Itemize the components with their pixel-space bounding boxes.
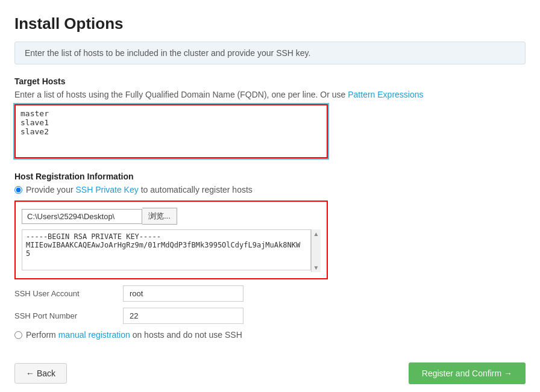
host-registration-section: Host Registration Information Provide yo…	[14, 172, 526, 340]
manual-radio-label: Perform manual registration on hosts and…	[26, 330, 242, 340]
ssh-private-key-link[interactable]: SSH Private Key	[75, 185, 138, 194]
manual-radio-row: Perform manual registration on hosts and…	[14, 330, 526, 340]
scroll-up-arrow[interactable]: ▲	[313, 231, 319, 237]
pattern-expressions-link[interactable]: Pattern Expressions	[348, 90, 423, 99]
page-title: Install Options	[14, 14, 526, 33]
ssh-radio[interactable]	[14, 186, 22, 194]
ssh-radio-row: Provide your SSH Private Key to automati…	[14, 185, 526, 194]
ssh-user-label: SSH User Account	[14, 289, 123, 298]
file-path-input[interactable]	[22, 209, 142, 224]
target-hosts-desc: Enter a list of hosts using the Fully Qu…	[14, 90, 526, 99]
host-registration-title: Host Registration Information	[14, 172, 526, 181]
manual-radio[interactable]	[14, 331, 22, 339]
ssh-port-input[interactable]	[123, 308, 243, 324]
manual-registration-link[interactable]: manual registration	[58, 330, 130, 340]
info-bar: Enter the list of hosts to be included i…	[14, 42, 526, 64]
target-hosts-section: Target Hosts Enter a list of hosts using…	[14, 76, 526, 158]
scrollbar: ▲ ▼	[311, 229, 321, 272]
ssh-user-row: SSH User Account	[14, 285, 526, 302]
ssh-user-input[interactable]	[123, 285, 243, 302]
key-textarea-wrapper: ▲ ▼	[22, 229, 321, 272]
key-textarea[interactable]	[22, 229, 311, 270]
ssh-port-row: SSH Port Number	[14, 308, 526, 324]
browse-button[interactable]: 浏览...	[142, 208, 177, 225]
register-confirm-button[interactable]: Register and Confirm →	[409, 362, 526, 384]
scroll-down-arrow[interactable]: ▼	[313, 264, 319, 271]
file-input-row: 浏览...	[22, 208, 321, 225]
ssh-key-box: 浏览... ▲ ▼	[14, 201, 328, 279]
target-hosts-title: Target Hosts	[14, 76, 526, 86]
back-button[interactable]: ← Back	[14, 363, 67, 384]
ssh-port-label: SSH Port Number	[14, 311, 123, 320]
ssh-radio-label: Provide your SSH Private Key to automati…	[26, 185, 253, 194]
footer: ← Back Register and Confirm →	[14, 356, 526, 384]
hosts-textarea[interactable]	[14, 104, 328, 158]
